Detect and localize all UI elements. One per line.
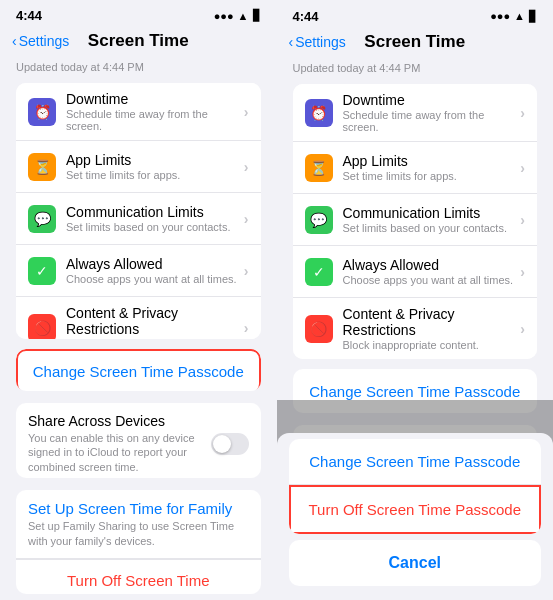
content-privacy-item[interactable]: 🚫 Content & Privacy Restrictions Block i… (16, 297, 261, 339)
app-limits-chevron: › (244, 159, 249, 175)
left-share-item[interactable]: Share Across Devices You can enable this… (16, 403, 261, 478)
right-app-limits-subtitle: Set time limits for apps. (343, 170, 521, 182)
right-communication-limits-item: 💬 Communication Limits Set limits based … (293, 194, 538, 246)
right-communication-limits-chevron: › (520, 212, 525, 228)
right-communication-limits-subtitle: Set limits based on your contacts. (343, 222, 521, 234)
right-always-allowed-subtitle: Choose apps you want at all times. (343, 274, 521, 286)
content-privacy-chevron: › (244, 320, 249, 336)
right-back-label: Settings (295, 34, 346, 50)
left-family-group: Set Up Screen Time for Family Set up Fam… (16, 490, 261, 594)
right-app-limits-title: App Limits (343, 153, 521, 169)
right-communication-limits-title: Communication Limits (343, 205, 521, 221)
modal-cancel-text: Cancel (389, 554, 441, 572)
always-allowed-chevron: › (244, 263, 249, 279)
left-share-title: Share Across Devices (28, 413, 211, 429)
modal-overlay: Change Screen Time Passcode Turn Off Scr… (277, 400, 554, 600)
always-allowed-title: Always Allowed (66, 256, 244, 272)
left-status-icons: ●●● ▲ ▊ (214, 9, 261, 22)
left-turn-off-item[interactable]: Turn Off Screen Time (16, 560, 261, 594)
always-allowed-item[interactable]: ✓ Always Allowed Choose apps you want at… (16, 245, 261, 297)
left-back-button[interactable]: ‹ Settings (12, 33, 69, 49)
right-change-passcode-text: Change Screen Time Passcode (309, 383, 520, 400)
right-subtitle: Updated today at 4:44 PM (277, 60, 554, 80)
communication-limits-item[interactable]: 💬 Communication Limits Set limits based … (16, 193, 261, 245)
right-app-limits-icon: ⏳ (305, 154, 333, 182)
left-status-time: 4:44 (16, 8, 42, 23)
app-limits-subtitle: Set time limits for apps. (66, 169, 244, 181)
back-chevron-icon: ‹ (12, 33, 17, 49)
modal-change-passcode-text: Change Screen Time Passcode (309, 453, 520, 470)
right-downtime-icon: ⏰ (305, 99, 333, 127)
right-downtime-subtitle: Schedule time away from the screen. (343, 109, 521, 133)
right-content-privacy-chevron: › (520, 321, 525, 337)
left-family-item[interactable]: Set Up Screen Time for Family Set up Fam… (16, 490, 261, 559)
right-content-privacy-icon: 🚫 (305, 315, 333, 343)
modal-turn-off-passcode-option[interactable]: Turn Off Screen Time Passcode (289, 485, 542, 534)
right-menu-group: ⏰ Downtime Schedule time away from the s… (293, 84, 538, 359)
left-share-toggle[interactable] (211, 433, 249, 455)
right-status-bar: 4:44 ●●● ▲ ▊ (277, 0, 554, 28)
left-nav-bar: ‹ Settings Screen Time (0, 27, 277, 59)
downtime-subtitle: Schedule time away from the screen. (66, 108, 244, 132)
right-back-chevron-icon: ‹ (289, 34, 294, 50)
communication-limits-chevron: › (244, 211, 249, 227)
right-app-limits-item: ⏳ App Limits Set time limits for apps. › (293, 142, 538, 194)
right-signal-icon: ●●● (490, 10, 510, 22)
modal-options-group: Change Screen Time Passcode Turn Off Scr… (289, 439, 542, 535)
content-privacy-icon: 🚫 (28, 314, 56, 340)
content-privacy-subtitle: Block inappropriate content. (66, 338, 244, 339)
right-nav-title: Screen Time (364, 32, 465, 52)
right-app-limits-chevron: › (520, 160, 525, 176)
app-limits-icon: ⏳ (28, 153, 56, 181)
left-phone-screen: 4:44 ●●● ▲ ▊ ‹ Settings Screen Time Upda… (0, 0, 277, 600)
left-family-subtitle: Set up Family Sharing to use Screen Time… (28, 519, 249, 548)
modal-turn-off-passcode-text: Turn Off Screen Time Passcode (308, 501, 521, 518)
left-change-passcode-item[interactable]: Change Screen Time Passcode (16, 349, 261, 391)
right-content-privacy-title: Content & Privacy Restrictions (343, 306, 521, 338)
right-back-button[interactable]: ‹ Settings (289, 34, 346, 50)
communication-limits-title: Communication Limits (66, 204, 244, 220)
left-back-label: Settings (19, 33, 70, 49)
downtime-title: Downtime (66, 91, 244, 107)
battery-icon: ▊ (253, 9, 261, 22)
app-limits-item[interactable]: ⏳ App Limits Set time limits for apps. › (16, 141, 261, 193)
left-change-passcode-group: Change Screen Time Passcode (16, 349, 261, 391)
right-always-allowed-item: ✓ Always Allowed Choose apps you want at… (293, 246, 538, 298)
right-downtime-item: ⏰ Downtime Schedule time away from the s… (293, 84, 538, 142)
modal-sheet: Change Screen Time Passcode Turn Off Scr… (277, 433, 554, 601)
left-share-subtitle: You can enable this on any device signed… (28, 431, 211, 474)
right-wifi-icon: ▲ (514, 10, 525, 22)
downtime-icon: ⏰ (28, 98, 56, 126)
left-menu-group: ⏰ Downtime Schedule time away from the s… (16, 83, 261, 339)
always-allowed-subtitle: Choose apps you want at all times. (66, 273, 244, 285)
right-phone-screen: 4:44 ●●● ▲ ▊ ‹ Settings Screen Time Upda… (277, 0, 554, 600)
right-content-privacy-subtitle: Block inappropriate content. (343, 339, 521, 351)
right-always-allowed-chevron: › (520, 264, 525, 280)
left-subtitle: Updated today at 4:44 PM (0, 59, 277, 79)
left-change-passcode-text: Change Screen Time Passcode (33, 363, 244, 380)
right-downtime-title: Downtime (343, 92, 521, 108)
right-downtime-chevron: › (520, 105, 525, 121)
right-status-icons: ●●● ▲ ▊ (490, 10, 537, 23)
left-family-title: Set Up Screen Time for Family (28, 500, 249, 517)
communication-limits-icon: 💬 (28, 205, 56, 233)
downtime-item[interactable]: ⏰ Downtime Schedule time away from the s… (16, 83, 261, 141)
modal-change-passcode-option[interactable]: Change Screen Time Passcode (289, 439, 542, 485)
left-nav-title: Screen Time (88, 31, 189, 51)
content-privacy-title: Content & Privacy Restrictions (66, 305, 244, 337)
right-status-time: 4:44 (293, 9, 319, 24)
always-allowed-icon: ✓ (28, 257, 56, 285)
right-always-allowed-icon: ✓ (305, 258, 333, 286)
right-communication-limits-icon: 💬 (305, 206, 333, 234)
right-always-allowed-title: Always Allowed (343, 257, 521, 273)
app-limits-title: App Limits (66, 152, 244, 168)
left-share-group: Share Across Devices You can enable this… (16, 403, 261, 478)
left-turn-off-text: Turn Off Screen Time (67, 572, 210, 589)
communication-limits-subtitle: Set limits based on your contacts. (66, 221, 244, 233)
right-battery-icon: ▊ (529, 10, 537, 23)
downtime-chevron: › (244, 104, 249, 120)
right-nav-bar: ‹ Settings Screen Time (277, 28, 554, 60)
right-content-privacy-item: 🚫 Content & Privacy Restrictions Block i… (293, 298, 538, 359)
modal-cancel-button[interactable]: Cancel (289, 540, 542, 586)
wifi-icon: ▲ (238, 10, 249, 22)
